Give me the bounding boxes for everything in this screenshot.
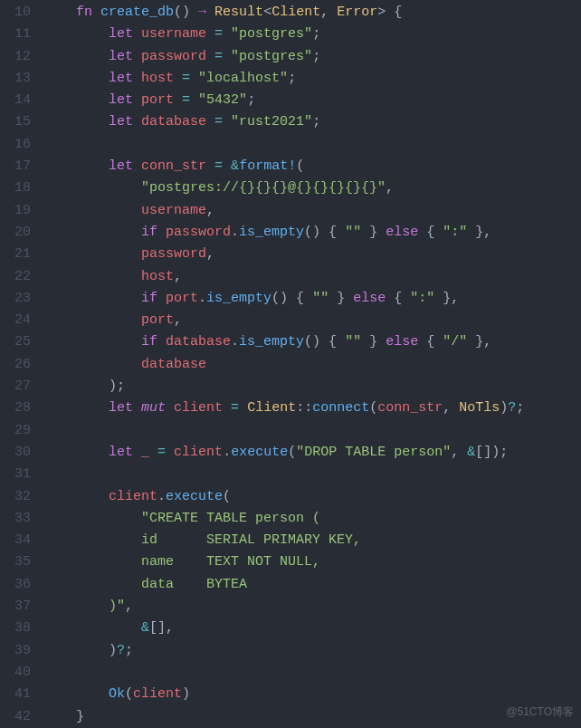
- token: →: [198, 5, 206, 20]
- code-line[interactable]: [43, 420, 581, 442]
- code-line[interactable]: );: [43, 376, 581, 398]
- token: ,: [320, 5, 337, 20]
- code-line[interactable]: username,: [43, 200, 581, 222]
- token: [43, 225, 141, 240]
- token: ":": [410, 291, 434, 306]
- token: [166, 400, 174, 416]
- token: > {: [377, 5, 402, 20]
- code-line[interactable]: [43, 134, 581, 156]
- code-line[interactable]: "postgres://{}{}{}@{}{}{}{}{}",: [43, 177, 581, 199]
- token: [43, 334, 141, 350]
- token: Result: [214, 5, 263, 20]
- token: [43, 180, 141, 196]
- code-line[interactable]: password,: [43, 244, 581, 265]
- line-number: 27: [0, 376, 43, 398]
- code-line[interactable]: database: [43, 354, 581, 376]
- line-number: 41: [0, 684, 43, 705]
- token: [133, 158, 141, 174]
- line-number: 18: [0, 177, 43, 199]
- token: () {: [304, 334, 345, 350]
- code-line[interactable]: fn create_db() → Result<Client, Error> {: [43, 2, 581, 24]
- code-line[interactable]: )",: [43, 596, 581, 618]
- code-line[interactable]: }: [43, 706, 581, 728]
- token: else: [386, 334, 418, 350]
- token: [43, 620, 141, 636]
- code-line[interactable]: let mut client = Client::connect(conn_st…: [43, 398, 581, 419]
- token: [43, 269, 141, 284]
- code-line[interactable]: host,: [43, 266, 581, 288]
- token: let: [109, 158, 133, 174]
- code-line[interactable]: if port.is_empty() { "" } else { ":" },: [43, 288, 581, 310]
- token: is_empty: [206, 291, 271, 306]
- token: "": [345, 334, 361, 350]
- token: [43, 312, 141, 328]
- token: =: [182, 92, 190, 108]
- code-line[interactable]: let conn_str = &format!(: [43, 156, 581, 177]
- token: [157, 291, 166, 306]
- code-line[interactable]: let _ = client.execute("DROP TABLE perso…: [43, 442, 581, 464]
- line-number: 20: [0, 222, 43, 244]
- code-line[interactable]: Ok(client): [43, 684, 581, 705]
- token: [190, 71, 198, 86]
- line-number: 19: [0, 200, 43, 222]
- token: [43, 49, 109, 64]
- line-number: 17: [0, 156, 43, 177]
- token: Client: [271, 5, 320, 20]
- code-line[interactable]: client.execute(: [43, 486, 581, 508]
- token: )": [43, 599, 125, 614]
- token: database: [141, 114, 206, 129]
- code-line[interactable]: [43, 464, 581, 485]
- token: _: [141, 445, 149, 460]
- token: [43, 5, 76, 20]
- token: password: [141, 246, 206, 262]
- code-line[interactable]: [43, 662, 581, 684]
- token: .: [231, 334, 239, 350]
- token: conn_str: [141, 158, 206, 174]
- token: ): [500, 400, 508, 416]
- token: "localhost": [198, 71, 288, 86]
- code-line[interactable]: )?;: [43, 640, 581, 662]
- line-number: 13: [0, 68, 43, 90]
- token: },: [467, 334, 491, 350]
- line-number: 21: [0, 244, 43, 265]
- code-line[interactable]: let host = "localhost";: [43, 68, 581, 90]
- token: database: [141, 357, 206, 372]
- token: [43, 357, 141, 372]
- token: if: [141, 334, 157, 350]
- token: let: [109, 49, 133, 64]
- code-line[interactable]: &[],: [43, 618, 581, 639]
- token: Client: [247, 400, 296, 416]
- code-line[interactable]: let username = "postgres";: [43, 24, 581, 45]
- token: <: [263, 5, 271, 20]
- code-editor[interactable]: 1011121314151617181920212223242526272829…: [0, 0, 581, 728]
- token: {: [418, 225, 443, 240]
- line-number: 28: [0, 398, 43, 419]
- token: [174, 92, 182, 108]
- token: [43, 246, 141, 262]
- code-line[interactable]: data BYTEA: [43, 574, 581, 596]
- code-line[interactable]: if password.is_empty() { "" } else { ":"…: [43, 222, 581, 244]
- token: let: [109, 400, 133, 416]
- token: connect: [312, 400, 369, 416]
- token: [157, 225, 166, 240]
- code-line[interactable]: name TEXT NOT NULL,: [43, 551, 581, 573]
- token: [223, 49, 231, 64]
- code-line[interactable]: if database.is_empty() { "" } else { "/"…: [43, 331, 581, 353]
- line-number: 29: [0, 420, 43, 442]
- line-number: 35: [0, 551, 43, 573]
- line-number: 37: [0, 596, 43, 618]
- token: format!: [239, 158, 296, 174]
- token: database: [166, 334, 231, 350]
- code-line[interactable]: id SERIAL PRIMARY KEY,: [43, 530, 581, 551]
- code-line[interactable]: let port = "5432";: [43, 90, 581, 111]
- code-line[interactable]: "CREATE TABLE person (: [43, 508, 581, 530]
- code-area[interactable]: fn create_db() → Result<Client, Error> {…: [43, 0, 581, 728]
- token: if: [141, 225, 157, 240]
- token: [223, 400, 231, 416]
- token: password: [166, 225, 231, 240]
- code-line[interactable]: let password = "postgres";: [43, 46, 581, 68]
- code-line[interactable]: let database = "rust2021";: [43, 111, 581, 133]
- token: );: [43, 378, 125, 394]
- token: ":": [443, 225, 467, 240]
- code-line[interactable]: port,: [43, 310, 581, 331]
